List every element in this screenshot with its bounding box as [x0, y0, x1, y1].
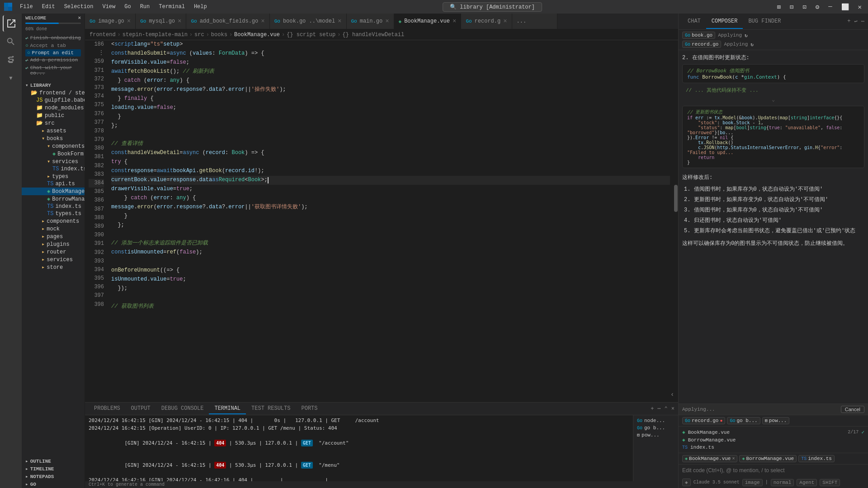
menu-run[interactable]: Run — [137, 3, 154, 11]
welcome-close[interactable]: × — [78, 15, 81, 21]
history-icon[interactable]: ↩ — [854, 18, 858, 25]
breadcrumb-part-6[interactable]: {} handleViewDetail — [342, 32, 404, 38]
tab-test-results[interactable]: TEST RESULTS — [246, 404, 296, 414]
tree-item-types[interactable]: ▸ types — [22, 173, 85, 180]
tree-item-assets[interactable]: ▸ assets — [22, 127, 85, 135]
vertical-scrollbar[interactable] — [674, 40, 678, 402]
tree-item-router[interactable]: ▸ router — [22, 248, 85, 256]
tab-close-icon[interactable]: × — [453, 18, 456, 24]
checklist-item-2[interactable]: ○ Prompt an edit — [25, 49, 81, 56]
notepads-section[interactable]: ▸ NOTEPADS — [22, 473, 85, 480]
scroll-prev-button[interactable]: ‹ — [671, 390, 674, 398]
tab-close-icon[interactable]: × — [127, 18, 131, 24]
tab-record-g[interactable]: Go record.g × — [461, 14, 512, 29]
tab-close-icon[interactable]: × — [385, 18, 389, 24]
tab-composer[interactable]: COMPOSER — [706, 14, 743, 29]
layout-toggle[interactable]: ⊞ — [774, 2, 783, 12]
menu-file[interactable]: File — [16, 3, 37, 11]
breadcrumb-part-3[interactable]: books — [211, 32, 227, 38]
terminal-output[interactable]: 2024/12/24 16:42:15 [GIN] 2024/12/24 - 1… — [85, 415, 633, 481]
chip-bookmanage[interactable]: ◈ BookManage.vue × — [682, 455, 737, 462]
tab-close-icon[interactable]: × — [503, 18, 507, 24]
remote-icon[interactable]: ⊡ — [800, 2, 809, 12]
main-file-item-index[interactable]: TS index.ts — [682, 444, 864, 451]
library-header[interactable]: ▾ LIBRARY — [22, 81, 85, 89]
terminal-close-icon[interactable]: × — [671, 406, 675, 412]
cancel-button[interactable]: Cancel — [841, 406, 864, 413]
tab-close-icon[interactable]: × — [338, 18, 341, 24]
activity-chevron[interactable]: ▾ — [3, 70, 19, 86]
tab-close-icon[interactable]: × — [261, 18, 264, 24]
tree-item-components[interactable]: ▾ components — [22, 142, 85, 150]
tree-item-plugins[interactable]: ▸ plugins — [22, 240, 85, 248]
outline-section[interactable]: ▸ OUTLINE — [22, 457, 85, 465]
activity-explorer[interactable] — [3, 15, 19, 32]
tree-item-bookmanage[interactable]: ◈ BookManage.vue — [22, 188, 85, 195]
terminal-file-node[interactable]: Go node... — [635, 417, 676, 424]
extensions-icon[interactable]: ⊟ — [787, 2, 796, 12]
breadcrumb-part-5[interactable]: {} script setup — [287, 32, 335, 38]
tree-item-bookform[interactable]: ◈ BookForm.vue — [22, 150, 85, 158]
menu-selection[interactable]: Selection — [61, 3, 97, 11]
chip-index[interactable]: TS index.ts — [798, 455, 835, 462]
tree-item-index-ts[interactable]: TS index.ts — [22, 165, 85, 173]
tab-bookmanage-vue[interactable]: ◈ BookManage.vue × — [394, 14, 462, 29]
menu-view[interactable]: View — [99, 3, 119, 11]
tab-image-go[interactable]: Go image.go × — [85, 14, 136, 29]
tab-main-go[interactable]: Go main.go × — [347, 14, 394, 29]
more-icon[interactable]: ⋯ — [861, 18, 864, 25]
menu-bar[interactable]: File Edit Selection View Go Run Terminal… — [16, 3, 211, 11]
breadcrumb-part-2[interactable]: src — [194, 32, 204, 38]
chip-borrowmanage[interactable]: ◈ BorrowManage.vue — [739, 455, 797, 462]
tree-item-api[interactable]: TS api.ts — [22, 180, 85, 188]
tree-item-mock[interactable]: ▸ mock — [22, 225, 85, 233]
code-content[interactable]: <script lang="ts" setup> const handleSub… — [108, 40, 674, 402]
tree-item-gulpfile[interactable]: JS gulpfile.babel.js — [22, 97, 85, 104]
add-terminal-button[interactable]: + — [651, 406, 654, 412]
tab-bug-finder[interactable]: BUG FINDER — [743, 14, 786, 29]
close-button[interactable]: ✕ — [855, 2, 864, 12]
tab-close-small[interactable]: × — [732, 456, 735, 461]
tree-item-services[interactable]: ▾ services — [22, 158, 85, 165]
tree-item-public[interactable]: 📁 public — [22, 112, 85, 119]
menu-terminal[interactable]: Terminal — [155, 3, 189, 11]
tree-item-pages[interactable]: ▸ pages — [22, 233, 85, 240]
tab-close-icon[interactable]: × — [178, 18, 181, 24]
tab-debug-console[interactable]: DEBUG CONSOLE — [156, 404, 209, 414]
checklist-item-0[interactable]: ✓ Finish onboarding — [25, 34, 81, 42]
tab-problems[interactable]: PROBLEMS — [89, 404, 126, 414]
minimize-button[interactable]: ─ — [826, 2, 835, 11]
tab-more[interactable]: ... — [512, 14, 557, 29]
checklist-item-1[interactable]: ○ Accept a tab — [25, 42, 81, 49]
breadcrumb-part-4[interactable]: BookManage.vue — [234, 32, 280, 38]
tree-item-components2[interactable]: ▸ components — [22, 217, 85, 225]
tree-item-books[interactable]: ▾ books — [22, 135, 85, 142]
tab-terminal[interactable]: TERMINAL — [209, 404, 246, 414]
tree-item-frontend[interactable]: 📂 frontend / stepin-tem... — [22, 89, 85, 97]
go-section[interactable]: ▸ GO — [22, 480, 85, 488]
timeline-section[interactable]: ▸ TIMELINE — [22, 465, 85, 473]
menu-help[interactable]: Help — [190, 3, 211, 11]
main-file-item-bookmanage[interactable]: ◈ BookManage.vue 2/17 ✓ — [682, 428, 864, 436]
tab-chat[interactable]: CHAT — [682, 14, 706, 29]
tree-item-services2[interactable]: ▸ services — [22, 256, 85, 263]
main-file-item-borrowmanage[interactable]: ◈ BorrowManage.vue — [682, 436, 864, 444]
settings-gear-icon[interactable]: ⚙ — [813, 2, 822, 12]
checklist-item-3[interactable]: ✓ Add a permission — [25, 56, 81, 64]
tree-item-types-ts[interactable]: TS types.ts — [22, 210, 85, 217]
chat-input[interactable] — [682, 467, 864, 474]
tab-book-go[interactable]: Go book.go ..\model × — [270, 14, 347, 29]
tab-add-book[interactable]: Go add_book_fields.go × — [186, 14, 269, 29]
tab-mysql-go[interactable]: Go mysql.go × — [136, 14, 186, 29]
tree-item-index-ts2[interactable]: TS index.ts — [22, 203, 85, 210]
search-bar[interactable]: 🔍 library [Administrator] — [443, 2, 542, 12]
checklist-item-4[interactable]: ✓ Chat with your co... — [25, 64, 81, 77]
terminal-file-record[interactable]: Go go b... — [635, 424, 676, 432]
terminal-maximize-icon[interactable]: ⌃ — [665, 405, 668, 412]
activity-search[interactable] — [3, 33, 19, 50]
restore-button[interactable]: ⬜ — [839, 2, 852, 12]
menu-edit[interactable]: Edit — [38, 3, 59, 11]
tree-item-borrowmanage[interactable]: ◈ BorrowManage.vue — [22, 195, 85, 203]
menu-go[interactable]: Go — [121, 3, 134, 11]
breadcrumb-part-0[interactable]: frontend — [90, 32, 116, 38]
